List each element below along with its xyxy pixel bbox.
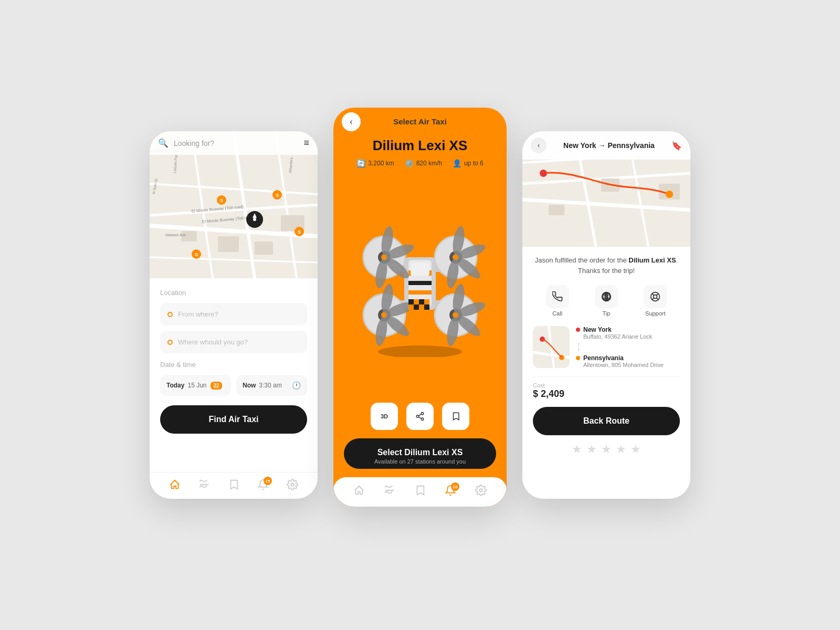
star-3[interactable]: ★ (601, 443, 612, 456)
search-icon: 🔍 (158, 138, 169, 148)
nav2-bookmarks[interactable] (414, 485, 426, 496)
phone-2: ‹ Select Air Taxi Dilium Lexi XS 🔄 3,200… (333, 108, 507, 507)
tip-action[interactable]: Tip (595, 285, 618, 317)
svg-point-83 (479, 489, 482, 492)
call-action[interactable]: Call (546, 285, 569, 317)
rating-stars[interactable]: ★ ★ ★ ★ ★ (533, 443, 680, 461)
capacity-icon: 👤 (453, 159, 461, 167)
svg-rect-9 (255, 242, 273, 255)
select-btn-sublabel: Available on 27 stations around you (354, 458, 486, 465)
tip-icon (595, 285, 618, 308)
clock-icon: 🕐 (292, 381, 301, 390)
stop1-city: New York (583, 326, 652, 333)
svg-rect-76 (419, 304, 424, 310)
support-label: Support (645, 310, 666, 317)
nav-settings[interactable] (287, 479, 298, 490)
nav2-home[interactable] (353, 485, 365, 496)
route-title: New York → Pennsylvania (551, 141, 667, 150)
svg-point-31 (378, 345, 462, 357)
svg-point-78 (421, 413, 424, 415)
route-map-thumbnail (533, 326, 570, 368)
find-air-taxi-button[interactable]: Find Air Taxi (160, 405, 307, 434)
from-input[interactable]: From where? (160, 303, 307, 326)
3d-view-button[interactable]: 3D (371, 403, 398, 430)
nav-notifications[interactable]: 15 (257, 479, 269, 490)
time-picker[interactable]: Now 3:30 am 🕐 (236, 375, 307, 396)
from-placeholder: From where? (178, 310, 218, 318)
phone-1: El Monte Busway (Toll road) El Monte Bus… (150, 131, 318, 499)
spec-capacity: 👤 up to 6 (453, 159, 484, 167)
capacity-value: up to 6 (464, 160, 484, 167)
back-button[interactable]: ‹ (342, 112, 361, 131)
svg-text:S: S (276, 193, 279, 198)
svg-line-81 (418, 417, 421, 418)
select-btn-label: Select Dilium Lexi XS (354, 448, 486, 457)
svg-point-94 (666, 191, 673, 198)
svg-line-98 (657, 298, 659, 300)
taxi-name: Dilium Lexi XS (333, 135, 507, 159)
svg-point-30 (291, 483, 294, 486)
action-buttons: 3D (333, 394, 507, 438)
speed-icon: ⚙️ (405, 159, 414, 167)
route-stops: New York Buffalo, 49362 Ariane Lock Penn… (533, 326, 680, 368)
to-input[interactable]: Where whould you go? (160, 331, 307, 353)
svg-point-29 (253, 218, 256, 221)
time-value: 3:30 am (259, 382, 281, 389)
completion-message: Jason fulfilled the order for the Dilium… (533, 255, 680, 276)
svg-rect-75 (414, 304, 419, 310)
nav-home[interactable] (169, 479, 181, 490)
route-header: ‹ New York → Pennsylvania 🔖 (522, 131, 690, 160)
cost-section: Cost $ 2,409 (533, 382, 680, 400)
svg-line-97 (652, 293, 654, 296)
nav-routes[interactable] (198, 479, 210, 490)
save-button[interactable] (442, 403, 469, 430)
3d-label: 3D (381, 413, 388, 419)
svg-point-80 (421, 418, 424, 421)
range-icon: 🔄 (356, 159, 365, 167)
nav2-settings[interactable] (475, 485, 487, 496)
datetime-label: Date & time (160, 361, 307, 369)
svg-rect-71 (414, 299, 419, 304)
action-row: Call Tip (533, 285, 680, 317)
star-4[interactable]: ★ (616, 443, 626, 456)
phone3-map: ‹ New York → Pennsylvania 🔖 (522, 131, 690, 247)
stop2-dot (576, 356, 580, 360)
back-route-button[interactable]: Back Route (533, 407, 680, 435)
svg-rect-77 (424, 304, 429, 310)
stop1-dot (576, 328, 580, 332)
svg-rect-70 (408, 299, 414, 304)
filter-icon[interactable]: ≡ (303, 138, 309, 149)
star-2[interactable]: ★ (586, 443, 597, 456)
svg-rect-92 (549, 205, 564, 215)
nav2-routes[interactable] (384, 485, 395, 496)
speed-value: 820 km/h (416, 160, 442, 167)
date-label: Today (166, 382, 184, 389)
star-5[interactable]: ★ (631, 443, 641, 456)
svg-rect-72 (419, 299, 424, 304)
cost-value: $ 2,409 (533, 388, 680, 400)
date-value: 15 Jun (187, 382, 206, 389)
nav2-notifications[interactable]: 15 (445, 485, 456, 496)
stop2-city: Pennsylvania (583, 354, 664, 362)
svg-point-79 (416, 415, 419, 418)
tip-label: Tip (603, 310, 611, 317)
map-search-bar[interactable]: 🔍 Looking for? ≡ (150, 131, 318, 155)
svg-rect-73 (424, 299, 429, 304)
stop2: Pennsylvania Allentown, 805 Mohamed Driv… (576, 354, 680, 368)
phone1-bottom-nav: 15 (150, 472, 318, 499)
share-button[interactable] (406, 403, 434, 430)
svg-text:S: S (298, 229, 301, 235)
datetime-row: Today 15 Jun 22 Now 3:30 am 🕐 (160, 375, 307, 396)
to-dot (167, 340, 173, 345)
svg-point-93 (540, 170, 547, 177)
star-1[interactable]: ★ (572, 443, 582, 456)
nav-bookmarks[interactable] (228, 479, 239, 490)
route-back-button[interactable]: ‹ (531, 138, 547, 153)
support-action[interactable]: Support (644, 285, 667, 317)
bookmark-icon[interactable]: 🔖 (671, 141, 682, 151)
phone2-bottom-nav: 15 (333, 477, 507, 507)
stop1: New York Buffalo, 49362 Ariane Lock (576, 326, 680, 340)
date-picker[interactable]: Today 15 Jun 22 (160, 375, 231, 396)
cost-label: Cost (533, 382, 680, 388)
select-taxi-button[interactable]: Select Dilium Lexi XS Available on 27 st… (344, 438, 496, 469)
